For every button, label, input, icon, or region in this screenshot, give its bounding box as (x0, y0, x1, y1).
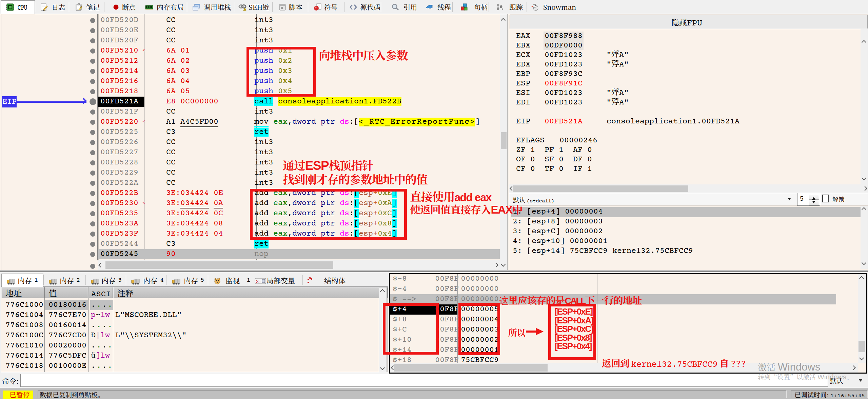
svg-text:x=: x= (256, 279, 261, 284)
